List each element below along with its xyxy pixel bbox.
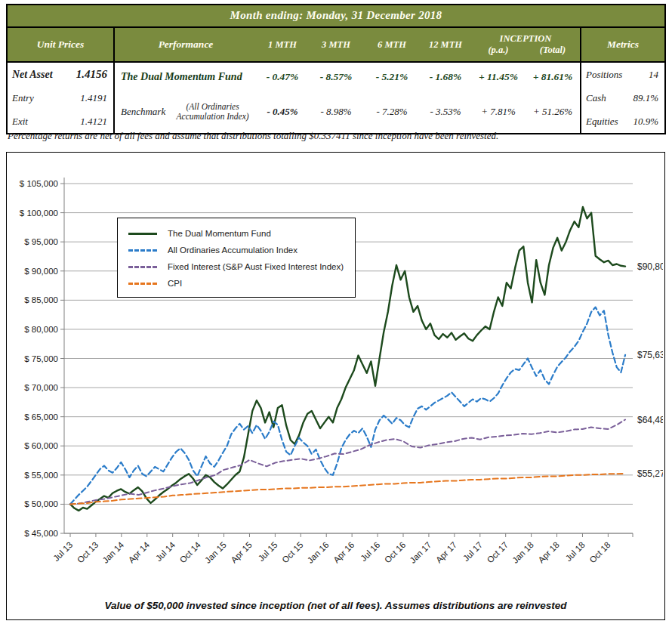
col-header-3mth: 3 MTH [308,39,364,51]
month-ending-title: Month ending: Monday, 31 December 2018 [8,5,664,28]
x-axis-label-Jan-14: Jan 14 [100,540,125,565]
legend-item-2: Fixed Interest (S&P Aust Fixed Interest … [128,258,347,275]
y-axis-label-95k: $ 95,000 [24,237,58,246]
metrics-row-equities: Equities 10.9% [581,110,664,133]
y-axis-label-75k: $ 75,000 [24,354,58,363]
legend-label-0: The Dual Momentum Fund [168,229,271,238]
benchmark-3mth: - 8.98% [308,106,364,118]
x-axis-label-Oct-16: Oct 16 [383,540,407,564]
benchmark-label: Benchmark [121,106,165,118]
y-axis-label-70k: $ 70,000 [24,383,58,392]
positions-value: 14 [649,69,658,81]
legend-item-1: All Ordinaries Accumulation Index [128,242,347,258]
benchmark-inception-pa: + 7.81% [471,106,526,118]
chart-legend: The Dual Momentum FundAll Ordinaries Acc… [117,218,356,298]
fund-performance-row: The Dual Momentum Fund - 0.47% - 8.57% -… [115,63,580,91]
x-axis-label-Apr-18: Apr 18 [537,540,561,564]
x-axis-label-Jan-16: Jan 16 [306,540,331,565]
x-axis-label-Apr-14: Apr 14 [127,540,152,565]
benchmark-1mth: - 0.45% [257,106,308,118]
fund-inception-total: + 81.61% [526,71,580,83]
y-axis-label-90k: $ 90,000 [24,267,58,276]
x-axis-label-Apr-16: Apr 16 [331,540,356,564]
entry-value: 1.4191 [80,92,107,104]
x-axis-label-Oct-14: Oct 14 [178,540,203,565]
performance-header: Performance [115,39,257,51]
series-line-1 [70,307,625,505]
x-axis-label-Jan-18: Jan 18 [510,540,535,565]
fund-12mth: - 1.68% [420,71,471,83]
performance-chart: $ 105,000$ 100,000$ 95,000$ 90,000$ 85,0… [6,152,665,620]
series-end-label-3: $55,277 [637,468,663,479]
equities-label: Equities [586,116,618,128]
y-axis-label-105k: $ 105,000 [20,179,58,188]
x-axis-label-Jul-18: Jul 18 [564,540,587,563]
inception-header: INCEPTION [471,33,580,45]
entry-label: Entry [12,92,34,104]
y-axis-label-80k: $ 80,000 [24,325,58,334]
benchmark-index-name: (All Ordinaries Accumulation Index) [168,102,257,122]
unit-prices-header: Unit Prices [8,28,115,61]
y-axis-label-60k: $ 60,000 [24,441,58,450]
table-header-row: Unit Prices Performance 1 MTH 3 MTH 6 MT… [8,28,664,63]
performance-header-block: Performance 1 MTH 3 MTH 6 MTH 12 MTH INC… [115,28,581,61]
x-axis-label-Jan-17: Jan 17 [408,540,433,565]
col-header-6mth: 6 MTH [364,39,420,51]
x-axis-label-Jul-17: Jul 17 [461,540,484,563]
inception-header-block: INCEPTION (p.a.) (Total) [471,33,580,56]
series-line-2 [70,420,625,505]
legend-label-2: Fixed Interest (S&P Aust Fixed Interest … [168,262,344,271]
benchmark-6mth: - 7.28% [364,106,420,118]
legend-label-1: All Ordinaries Accumulation Index [168,246,297,255]
series-end-label-1: $75,630 [637,350,663,360]
report-table: Month ending: Monday, 31 December 2018 U… [6,4,666,134]
x-axis-label-Apr-17: Apr 17 [434,540,458,564]
page: { "title_bar": { "text": "Month ending: … [0,0,672,624]
performance-column: The Dual Momentum Fund - 0.47% - 8.57% -… [115,63,581,133]
y-axis-label-50k: $ 50,000 [24,499,58,508]
y-axis-label-65k: $ 65,000 [24,412,58,422]
series-end-label-0: $90,804 [637,261,663,272]
cash-label: Cash [586,92,606,104]
net-asset-label: Net Asset [12,69,53,81]
series-end-label-2: $64,486 [637,415,663,425]
legend-label-3: CPI [168,279,182,288]
metrics-column: Positions 14 Cash 89.1% Equities 10.9% [581,63,664,133]
net-asset-value: 1.4156 [76,68,107,81]
unit-price-row-entry: Entry 1.4191 [8,86,113,110]
metrics-header: Metrics [581,28,664,61]
legend-item-0: The Dual Momentum Fund [128,225,347,242]
cash-value: 89.1% [633,92,658,104]
y-axis-label-100k: $ 100,000 [20,209,58,218]
fund-6mth: - 5.21% [364,71,420,83]
x-axis-label-Jul-15: Jul 15 [257,540,279,563]
fund-inception-pa: + 11.45% [471,71,526,83]
x-axis-label-Oct-18: Oct 18 [587,540,612,564]
inception-total-header: (Total) [526,45,580,56]
fund-3mth: - 8.57% [308,71,364,83]
x-axis-label-Jul-13: Jul 13 [51,540,74,563]
x-axis-label-Oct-15: Oct 15 [280,540,304,564]
metrics-row-positions: Positions 14 [581,63,664,86]
legend-swatch-3 [128,283,157,285]
chart-caption: Value of $50,000 invested since inceptio… [7,600,664,611]
fund-name: The Dual Momentum Fund [115,71,257,83]
table-body: Net Asset 1.4156 Entry 1.4191 Exit 1.412… [8,63,664,133]
fund-1mth: - 0.47% [257,71,308,83]
benchmark-inception-total: + 51.26% [526,106,580,118]
legend-swatch-2 [128,266,157,268]
legend-item-3: CPI [128,275,347,292]
exit-label: Exit [12,116,28,128]
y-axis-label-85k: $ 85,000 [24,295,58,304]
y-axis-label-45k: $ 45,000 [24,529,58,538]
inception-pa-header: (p.a.) [471,45,526,56]
positions-label: Positions [586,69,622,81]
x-axis-label-Jul-14: Jul 14 [154,540,177,564]
x-axis-label-Apr-15: Apr 15 [229,540,253,564]
metrics-row-cash: Cash 89.1% [581,86,664,110]
col-header-12mth: 12 MTH [420,39,471,51]
equities-value: 10.9% [633,116,658,128]
exit-value: 1.4121 [80,116,107,128]
legend-swatch-1 [128,249,157,252]
unit-price-row-net-asset: Net Asset 1.4156 [8,63,113,86]
